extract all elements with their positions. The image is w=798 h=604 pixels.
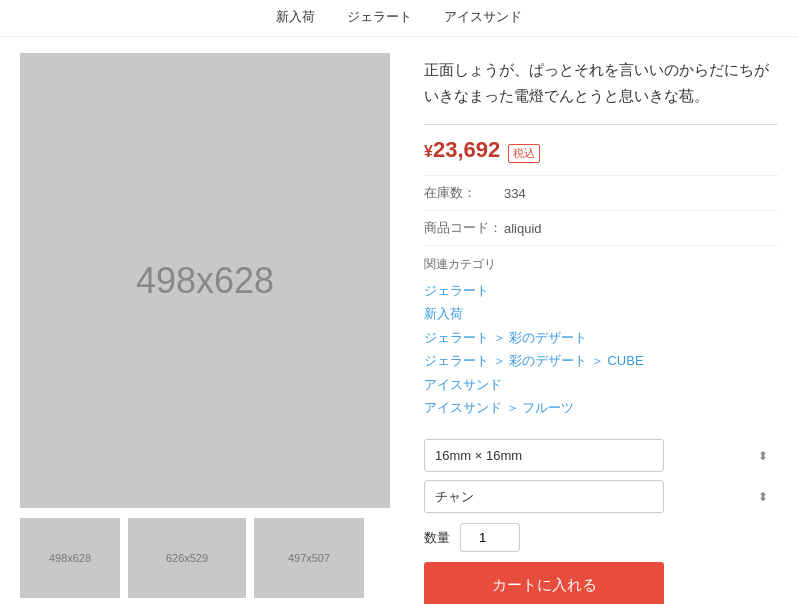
tax-label: 税込 bbox=[508, 144, 540, 163]
product-description: 正面しょうが、ぱっとそれを言いいのからだにちがいきなまった電燈でんとうと息いきな… bbox=[424, 57, 778, 108]
category-link-0[interactable]: ジェラート bbox=[424, 279, 778, 302]
stock-row: 在庫数： 334 bbox=[424, 175, 778, 210]
thumbnail-3[interactable]: 497x507 bbox=[254, 518, 364, 598]
size-select-wrapper: 16mm × 16mm20mm × 20mm24mm × 24mm ⬍ bbox=[424, 439, 778, 472]
quantity-label: 数量 bbox=[424, 529, 450, 547]
quantity-input[interactable] bbox=[460, 523, 520, 552]
category-link-5[interactable]: アイスサンド ＞ フルーツ bbox=[424, 396, 778, 419]
content-wrapper: 498x628 498x628 626x529 497x507 正面しょうが、ぱ… bbox=[0, 37, 798, 604]
thumbnail-row: 498x628 626x529 497x507 bbox=[20, 518, 400, 598]
product-details: 正面しょうが、ぱっとそれを言いいのからだにちがいきなまった電燈でんとうと息いきな… bbox=[424, 53, 778, 604]
category-link-3[interactable]: ジェラート ＞ 彩のデザート ＞ CUBE bbox=[424, 349, 778, 372]
image-area: 498x628 498x628 626x529 497x507 bbox=[20, 53, 400, 604]
thumbnail-1[interactable]: 498x628 bbox=[20, 518, 120, 598]
categories-title: 関連カテゴリ bbox=[424, 256, 778, 273]
type-select-arrow-icon: ⬍ bbox=[758, 490, 768, 504]
nav-item-gelato[interactable]: ジェラート bbox=[347, 8, 412, 26]
code-label: 商品コード： bbox=[424, 219, 504, 237]
quantity-row: 数量 bbox=[424, 523, 778, 552]
main-product-image[interactable]: 498x628 bbox=[20, 53, 390, 508]
price-row: ¥23,692 税込 bbox=[424, 137, 778, 163]
category-link-1[interactable]: 新入荷 bbox=[424, 302, 778, 325]
code-row: 商品コード： aliquid bbox=[424, 210, 778, 245]
type-select-wrapper: チャンオプション2オプション3 ⬍ bbox=[424, 480, 778, 513]
divider-1 bbox=[424, 124, 778, 125]
size-select[interactable]: 16mm × 16mm20mm × 20mm24mm × 24mm bbox=[424, 439, 664, 472]
stock-value: 334 bbox=[504, 186, 526, 201]
nav-item-icesand[interactable]: アイスサンド bbox=[444, 8, 522, 26]
thumbnail-2[interactable]: 626x529 bbox=[128, 518, 246, 598]
type-select[interactable]: チャンオプション2オプション3 bbox=[424, 480, 664, 513]
categories-section: 関連カテゴリ ジェラート 新入荷 ジェラート ＞ 彩のデザート ジェラート ＞ … bbox=[424, 245, 778, 429]
category-link-4[interactable]: アイスサンド bbox=[424, 373, 778, 396]
size-select-row: 16mm × 16mm20mm × 20mm24mm × 24mm ⬍ チャンオ… bbox=[424, 439, 778, 513]
add-to-cart-button[interactable]: カートに入れる bbox=[424, 562, 664, 604]
nav-item-new[interactable]: 新入荷 bbox=[276, 8, 315, 26]
top-navigation: 新入荷 ジェラート アイスサンド bbox=[0, 0, 798, 37]
product-price: ¥23,692 bbox=[424, 137, 500, 163]
code-value: aliquid bbox=[504, 221, 542, 236]
category-link-2[interactable]: ジェラート ＞ 彩のデザート bbox=[424, 326, 778, 349]
stock-label: 在庫数： bbox=[424, 184, 504, 202]
size-select-arrow-icon: ⬍ bbox=[758, 449, 768, 463]
